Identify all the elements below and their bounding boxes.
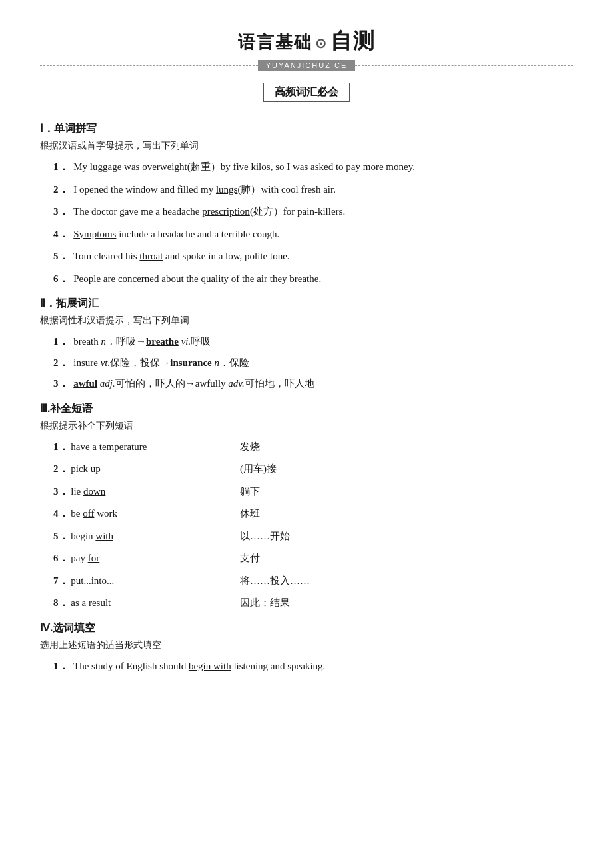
item-text: insure vt.保险，投保→insurance n．保险	[73, 357, 249, 368]
answer-word: as	[71, 597, 79, 608]
answer-word: awful	[73, 378, 97, 389]
answer-word: prescription	[202, 206, 250, 217]
dashed-left	[40, 65, 258, 66]
subtitle-line: YUYANJICHUZICE	[40, 60, 573, 71]
answer-word: begin with	[189, 661, 231, 671]
phrase-right: 以……开始	[240, 528, 573, 545]
phrase-item: 2． pick up (用车)接	[53, 461, 573, 478]
section3-heading: Ⅲ.补全短语	[40, 402, 573, 416]
item-num: 3．	[53, 378, 69, 389]
phrase-right: 因此；结果	[240, 595, 573, 612]
answer-word: throat	[139, 251, 163, 261]
section4-instruction: 选用上述短语的适当形式填空	[40, 639, 573, 651]
exercise-item: 2． I opened the window and filled my lun…	[53, 181, 573, 199]
item-text: My luggage was overweight(超重）by five kil…	[73, 161, 415, 172]
item-num: 4．	[53, 229, 69, 239]
pos: n．	[215, 357, 230, 368]
title-arrow: ⊙	[315, 36, 328, 51]
item-text: People are concerned about the quality o…	[73, 273, 321, 284]
item-text: The study of English should begin with l…	[73, 661, 325, 671]
section1-instruction: 根据汉语或首字母提示，写出下列单词	[40, 140, 573, 152]
answer-word: overweight	[142, 161, 187, 172]
pos: adv.	[228, 378, 244, 389]
box-title: 高频词汇必会	[263, 83, 350, 102]
phrase-left: 4． be off work	[53, 505, 240, 523]
section2-instruction: 根据词性和汉语提示，写出下列单词	[40, 315, 573, 327]
pos: n．	[101, 336, 116, 347]
phrase-left: 3． lie down	[53, 483, 240, 501]
item-num: 2．	[53, 184, 69, 195]
pos: vi.	[181, 336, 191, 347]
answer-word: a	[92, 441, 97, 452]
phrase-item: 5． begin with 以……开始	[53, 528, 573, 545]
fill-item: 1． The study of English should begin wit…	[53, 658, 573, 675]
section1-heading: Ⅰ．单词拼写	[40, 122, 573, 136]
pos: adj.	[100, 378, 115, 389]
section2-heading: Ⅱ．拓展词汇	[40, 297, 573, 311]
dashed-right	[355, 65, 573, 66]
exercise-item: 3． The doctor gave me a headache prescri…	[53, 203, 573, 221]
subtitle-band: YUYANJICHUZICE	[258, 60, 356, 71]
item-text: Tom cleared his throat and spoke in a lo…	[73, 251, 290, 261]
exercise-item: 5． Tom cleared his throat and spoke in a…	[53, 248, 573, 265]
phrase-item: 1． have a temperature 发烧	[53, 439, 573, 456]
item-num: 3．	[53, 206, 69, 217]
title-part2: 自测	[330, 29, 376, 53]
item-num: 1．	[53, 661, 69, 671]
page-header: 语言基础⊙自测	[40, 27, 573, 56]
item-num: 6．	[53, 273, 69, 284]
expand-item: 2． insure vt.保险，投保→insurance n．保险	[53, 355, 573, 372]
item-text: The doctor gave me a headache prescripti…	[73, 206, 345, 217]
phrase-left: 6． pay for	[53, 550, 240, 567]
expand-item: 1． breath n．呼吸→breathe vi.呼吸	[53, 333, 573, 351]
phrase-left: 2． pick up	[53, 461, 240, 478]
answer-word: breathe	[289, 273, 318, 284]
item-text: Symptoms include a headache and a terrib…	[73, 229, 279, 239]
phrase-right: 将……投入……	[240, 573, 573, 590]
answer-word: breathe	[146, 336, 179, 347]
item-num: 2．	[53, 357, 69, 368]
item-num: 5．	[53, 251, 69, 261]
section4-heading: Ⅳ.选词填空	[40, 621, 573, 635]
title-part1: 语言基础	[238, 32, 312, 52]
phrase-item: 4． be off work 休班	[53, 505, 573, 523]
answer-word: for	[88, 553, 100, 563]
answer-word: up	[91, 463, 101, 474]
phrase-left: 7． put...into...	[53, 573, 240, 590]
exercise-item: 6． People are concerned about the qualit…	[53, 271, 573, 288]
answer-word: with	[95, 531, 113, 541]
section3-instruction: 根据提示补全下列短语	[40, 420, 573, 432]
item-text: breath n．呼吸→breathe vi.呼吸	[73, 336, 211, 347]
answer-word: off	[83, 508, 94, 519]
phrase-item: 7． put...into... 将……投入……	[53, 573, 573, 590]
phrase-right: 休班	[240, 505, 573, 523]
phrase-left: 1． have a temperature	[53, 439, 240, 456]
item-text: I opened the window and filled my lungs(…	[73, 184, 336, 195]
answer-word: down	[83, 486, 105, 497]
phrase-left: 5． begin with	[53, 528, 240, 545]
answer-word: into	[91, 575, 107, 586]
pos: vt.	[101, 357, 111, 368]
exercise-item: 1． My luggage was overweight(超重）by five …	[53, 159, 573, 176]
box-title-wrapper: 高频词汇必会	[40, 76, 573, 113]
phrase-right: (用车)接	[240, 461, 573, 478]
item-num: 1．	[53, 161, 69, 172]
answer-word: Symptoms	[73, 229, 116, 239]
phrase-right: 躺下	[240, 483, 573, 501]
phrase-item: 8． as a result 因此；结果	[53, 595, 573, 612]
item-num: 1．	[53, 336, 69, 347]
phrase-item: 6． pay for 支付	[53, 550, 573, 567]
expand-item: 3． awful adj.可怕的，吓人的→awfully adv.可怕地，吓人地	[53, 375, 573, 393]
phrase-left: 8． as a result	[53, 595, 240, 612]
item-text: awful adj.可怕的，吓人的→awfully adv.可怕地，吓人地	[73, 378, 314, 389]
answer-word: insurance	[170, 357, 212, 368]
answer-word: lungs	[216, 184, 238, 195]
main-title: 语言基础⊙自测	[40, 27, 573, 56]
phrase-item: 3． lie down 躺下	[53, 483, 573, 501]
phrase-right: 发烧	[240, 439, 573, 456]
phrase-right: 支付	[240, 550, 573, 567]
exercise-item: 4． Symptoms include a headache and a ter…	[53, 226, 573, 243]
